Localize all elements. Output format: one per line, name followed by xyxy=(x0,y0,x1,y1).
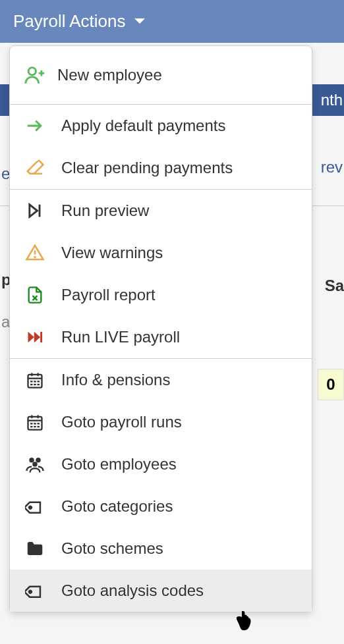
folder-icon xyxy=(23,537,47,560)
svg-rect-26 xyxy=(30,423,33,424)
tag-icon xyxy=(23,579,47,603)
menu-item-run-live-payroll[interactable]: Run LIVE payroll xyxy=(10,316,312,358)
fast-forward-icon xyxy=(23,325,47,349)
svg-point-35 xyxy=(28,506,32,509)
menu-item-label: Payroll report xyxy=(61,286,156,304)
sub-header-text: nth xyxy=(321,91,343,109)
svg-rect-31 xyxy=(38,426,40,427)
calendar-icon xyxy=(23,410,47,434)
svg-point-32 xyxy=(29,458,34,463)
payroll-actions-dropdown: New employeeApply default paymentsClear … xyxy=(9,45,312,612)
svg-rect-18 xyxy=(38,381,40,382)
eraser-icon xyxy=(23,156,47,180)
svg-rect-17 xyxy=(34,381,36,382)
header-title[interactable]: Payroll Actions xyxy=(13,11,126,32)
truncated-text-right: Sa xyxy=(325,277,344,295)
svg-marker-5 xyxy=(30,205,38,217)
svg-point-34 xyxy=(32,462,38,467)
pointer-cursor-icon xyxy=(232,609,256,635)
header-bar: Payroll Actions xyxy=(0,0,344,43)
calendar-icon xyxy=(23,368,47,392)
svg-rect-16 xyxy=(30,381,33,382)
menu-item-label: View warnings xyxy=(61,244,163,262)
menu-item-label: Goto categories xyxy=(61,497,173,516)
svg-point-0 xyxy=(28,68,36,75)
user-plus-icon xyxy=(23,63,47,87)
menu-item-label: Run LIVE payroll xyxy=(61,328,180,346)
svg-rect-30 xyxy=(34,426,36,427)
svg-point-33 xyxy=(36,458,41,463)
menu-item-payroll-report[interactable]: Payroll report xyxy=(10,274,312,316)
menu-item-label: Goto schemes xyxy=(61,539,163,558)
svg-rect-27 xyxy=(34,423,36,424)
menu-item-goto-schemes[interactable]: Goto schemes xyxy=(10,527,312,570)
menu-item-label: Info & pensions xyxy=(61,371,170,389)
menu-item-label: Apply default payments xyxy=(61,117,225,135)
svg-rect-20 xyxy=(34,384,36,385)
svg-rect-11 xyxy=(40,332,42,342)
menu-item-run-preview[interactable]: Run preview xyxy=(10,190,312,232)
menu-item-clear-pending-payments[interactable]: Clear pending payments xyxy=(10,147,312,189)
menu-item-label: New employee xyxy=(57,66,162,84)
menu-item-goto-payroll-runs[interactable]: Goto payroll runs xyxy=(10,401,312,443)
svg-point-8 xyxy=(34,257,35,257)
skip-next-icon xyxy=(23,199,47,223)
svg-rect-29 xyxy=(30,426,33,427)
menu-item-label: Goto payroll runs xyxy=(61,413,182,431)
svg-marker-10 xyxy=(34,332,40,342)
users-icon xyxy=(23,452,47,476)
menu-item-info-pensions[interactable]: Info & pensions xyxy=(10,359,312,401)
menu-item-label: Goto analysis codes xyxy=(61,581,204,600)
yellow-value: 0 xyxy=(326,375,335,394)
tag-icon xyxy=(23,495,47,518)
svg-point-36 xyxy=(28,590,32,593)
chevron-down-icon[interactable] xyxy=(134,16,146,28)
arrow-right-icon xyxy=(23,114,47,138)
truncated-link-right[interactable]: rev xyxy=(321,158,343,176)
menu-item-goto-employees[interactable]: Goto employees xyxy=(10,443,312,485)
yellow-value-cell: 0 xyxy=(318,369,344,400)
menu-item-label: Goto employees xyxy=(61,455,177,473)
svg-rect-19 xyxy=(30,384,33,385)
menu-item-goto-analysis-codes[interactable]: Goto analysis codes xyxy=(10,570,312,612)
file-excel-icon xyxy=(23,283,47,307)
svg-marker-9 xyxy=(28,332,34,342)
svg-rect-21 xyxy=(38,384,40,385)
menu-item-apply-default-payments[interactable]: Apply default payments xyxy=(10,105,312,147)
menu-item-goto-categories[interactable]: Goto categories xyxy=(10,485,312,527)
menu-item-new-employee[interactable]: New employee xyxy=(10,46,312,104)
menu-item-view-warnings[interactable]: View warnings xyxy=(10,232,312,274)
menu-item-label: Run preview xyxy=(61,201,149,220)
menu-item-label: Clear pending payments xyxy=(61,159,233,177)
warning-icon xyxy=(23,241,47,265)
svg-rect-28 xyxy=(38,423,40,424)
